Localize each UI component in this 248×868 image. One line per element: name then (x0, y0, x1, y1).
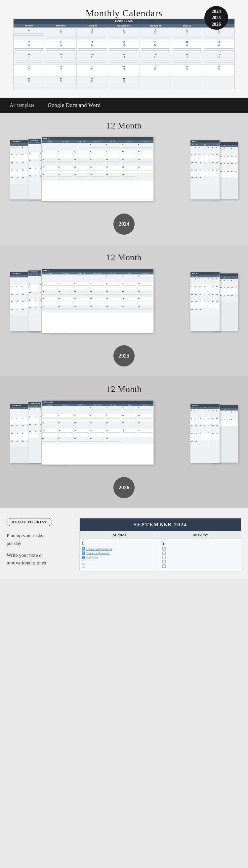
september-header: SEPTEMBER 2024 (80, 519, 241, 531)
cal-cell: 15 (45, 52, 76, 64)
sept-task-m-1 (162, 547, 239, 551)
plan-line-2: per day (7, 540, 22, 546)
stack-right-1: JULY 2024 SMTWTFS 123456 78910111213 141… (190, 140, 220, 199)
sept-checkbox-m-5[interactable] (162, 564, 166, 568)
write-line-1: Write your note or (7, 553, 43, 558)
stack-main-2024: MAY 2024 SUNDAYMONDAYTUESDAYWEDNESDAYTHU… (41, 137, 154, 201)
stack-right-1-2025: JULY 2025 SMTWTFS 123456 78910111213 141… (190, 272, 220, 331)
cal-cell: 23 (77, 65, 108, 76)
sept-col-monday: MONDAY (161, 531, 241, 538)
cal-cell: 30 (77, 77, 108, 89)
cal-week-1: 1 2 3 4 5 6 (13, 28, 235, 40)
cal-cell: 8 (45, 40, 76, 52)
cal-week-5: 28 29 30 31 (13, 76, 235, 89)
sept-days-header: SUNDAY MONDAY (80, 531, 241, 539)
sept-cell-sunday-1: 1 ✓ Doctor's appointment ✓ Dinner with f… (80, 539, 161, 570)
sept-date-1: 1 (82, 540, 158, 546)
day-tuesday: TUESDAY (77, 24, 108, 28)
sept-task-5 (82, 564, 158, 568)
sept-task-2: ✓ Dinner with friends (82, 552, 158, 555)
day-monday: MONDAY (45, 24, 76, 28)
cal-cell: 24 (108, 65, 140, 76)
ready-to-print-badge: READY TO PRINT (7, 518, 52, 526)
write-line-2: motivational quotes (7, 560, 46, 565)
cal-cell (13, 28, 45, 40)
day-wednesday: WEDNESDAY (108, 24, 140, 28)
september-2024-calendar: SEPTEMBER 2024 SUNDAY MONDAY 1 ✓ Doctor'… (79, 518, 241, 571)
sept-task-m-5 (162, 564, 239, 568)
cal-cell: 29 (45, 77, 76, 89)
stack-main-2025: MAY 2025 SUNDAYMONDAYTUESDAYWEDNESDAYTHU… (41, 269, 154, 333)
cal-cell: 25 (140, 65, 171, 76)
cal-cell: 14 (13, 52, 45, 64)
cal-cell: 13 (203, 40, 235, 52)
sept-checkbox-m-1[interactable] (162, 547, 166, 551)
sept-row-1: 1 ✓ Doctor's appointment ✓ Dinner with f… (80, 539, 241, 570)
sept-checkbox-m-3[interactable] (162, 556, 166, 559)
may-2025-header: MAY 2025 (42, 269, 153, 272)
sept-checkbox-checked-3[interactable]: ✓ (82, 556, 85, 559)
sept-checkbox-checked-1[interactable]: ✓ (82, 547, 85, 551)
sept-task-m-3 (162, 556, 239, 559)
cal-cell: 6 (203, 28, 235, 40)
section-2025-title: 12 Month (7, 253, 241, 262)
cal-cell: 10 (108, 40, 140, 52)
sept-task-text-2: Dinner with friends (86, 552, 110, 555)
year-circle-2026: 2026 (113, 477, 135, 498)
april-2026-header: APRIL 2026 (42, 401, 153, 404)
section-2025: 12 Month JANUARY 2025 SMTWTFS 1234 56789… (0, 245, 248, 376)
cal-cell: 11 (140, 40, 171, 52)
sept-task-3: ✓ Call mom (82, 556, 158, 559)
day-friday: FRIDAY (171, 24, 203, 28)
year-2026: 2026 (212, 21, 221, 28)
cal-month-header: JANUARY 2024 (13, 19, 235, 24)
write-note-text: Write your note or motivational quotes (7, 552, 73, 566)
stacked-calendars-2026: JANUARY 2026 SMTWTFS 1234 567891011 1213… (10, 400, 238, 473)
section-2026-title: 12 Month (7, 384, 241, 394)
cal-week-4: 21 22 23 24 25 26 27 (13, 64, 235, 76)
cal-cell: 19 (171, 52, 203, 64)
sept-checkbox-empty-4[interactable] (82, 560, 85, 563)
header-section: Monthly Calendars 2024 2025 2026 JANUARY… (0, 0, 248, 98)
year-2025: 2025 (212, 14, 221, 21)
bottom-section: READY TO PRINT Plan up your tasks per da… (0, 508, 248, 578)
day-thursday: THURSDAY (140, 24, 171, 28)
january-calendar-preview: JANUARY 2024 SUNDAY MONDAY TUESDAY WEDNE… (13, 19, 235, 89)
sept-checkbox-m-4[interactable] (162, 560, 166, 563)
plan-line-1: Plan up your tasks (7, 533, 43, 538)
cal-cell: 5 (171, 28, 203, 40)
cal-cell: 16 (77, 52, 108, 64)
sept-checkbox-empty-5[interactable] (82, 564, 85, 568)
cal-cell: 28 (13, 77, 45, 89)
cal-week-3: 14 15 16 17 18 19 20 (13, 52, 235, 64)
sept-task-m-2 (162, 552, 239, 555)
sept-checkbox-checked-2[interactable]: ✓ (82, 552, 85, 555)
day-sunday: SUNDAY (13, 24, 45, 28)
divider-bar: A4 template Google Docs and Word (0, 98, 248, 113)
cal-cell: 9 (77, 40, 108, 52)
year-badge: 2024 2025 2026 (204, 6, 228, 30)
cal-cell: 31 (108, 77, 140, 89)
sept-checkbox-m-2[interactable] (162, 552, 166, 555)
sept-task-1: ✓ Doctor's appointment (82, 547, 158, 551)
cal-cell: 20 (203, 52, 235, 64)
plan-tasks-text: Plan up your tasks per day (7, 532, 73, 547)
cal-days-header: SUNDAY MONDAY TUESDAY WEDNESDAY THURSDAY… (13, 24, 235, 28)
cal-cell: 26 (171, 65, 203, 76)
year-circle-2025: 2025 (113, 345, 135, 367)
stacked-calendars-2024: JANUARY 2024 SMTWTFS 123456 78910111213 … (10, 137, 238, 210)
section-2024: 12 Month JANUARY 2024 SMTWTFS 123456 789… (0, 113, 248, 245)
cal-cell: 1 (45, 28, 76, 40)
cal-cell: 22 (45, 65, 76, 76)
sept-task-text-3: Call mom (86, 556, 98, 559)
sept-col-sunday: SUNDAY (80, 531, 161, 538)
stack-main-2026: APRIL 2026 SUNDAYMONDAYTUESDAYWEDNESDAYT… (41, 400, 154, 465)
cal-cell: 18 (140, 52, 171, 64)
cal-cell: 7 (13, 40, 45, 52)
may-2024-header: MAY 2024 (42, 137, 153, 141)
year-circle-2024: 2024 (113, 214, 135, 235)
cal-cell: 3 (108, 28, 140, 40)
cal-cell: 21 (13, 65, 45, 76)
section-2026: 12 Month JANUARY 2026 SMTWTFS 1234 56789… (0, 376, 248, 508)
left-info: READY TO PRINT Plan up your tasks per da… (7, 518, 73, 571)
